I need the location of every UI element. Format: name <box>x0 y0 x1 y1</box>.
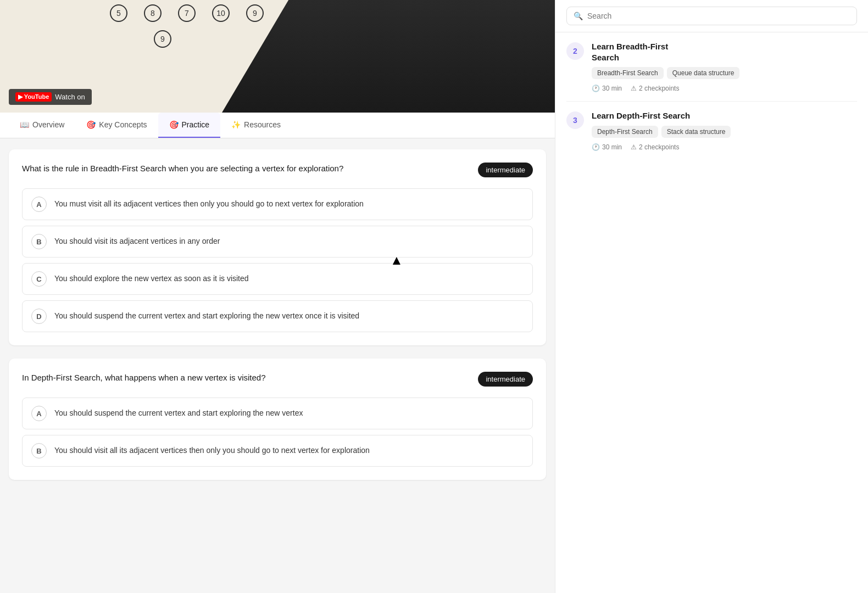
practice-icon: 🎯 <box>169 120 179 129</box>
lesson-item-3[interactable]: 3 Learn Depth-First Search Depth-First S… <box>566 110 857 151</box>
lesson-2-title: Learn Breadth-FirstSearch <box>592 41 857 63</box>
option-1-b[interactable]: B You should visit its adjacent vertices… <box>22 226 533 258</box>
search-input-wrap[interactable]: 🔍 <box>566 7 857 25</box>
sidebar-search-section: 🔍 <box>555 0 868 32</box>
option-2-text-b: You should visit all its adjacent vertic… <box>54 445 370 456</box>
tab-key-concepts-label: Key Concepts <box>99 120 147 129</box>
lesson-2-time: 🕐 30 min <box>592 85 622 92</box>
sidebar-lessons-list: 2 Learn Breadth-FirstSearch Breadth-Firs… <box>555 32 868 160</box>
option-letter-a: A <box>31 197 47 212</box>
option-2-text-a: You should suspend the current vertex an… <box>54 408 303 419</box>
option-1-d[interactable]: D You should suspend the current vertex … <box>22 300 533 332</box>
question-2-text: In Depth-First Search, what happens when… <box>22 372 469 384</box>
option-1-a[interactable]: A You must visit all its adjacent vertic… <box>22 188 533 220</box>
option-2-letter-a: A <box>31 406 47 421</box>
lesson-3-tag-2: Stack data structure <box>661 126 731 138</box>
lesson-2-tag-2: Queue data structure <box>667 67 740 79</box>
question-card-1: What is the rule in Breadth-First Search… <box>9 149 546 345</box>
overview-icon: 📖 <box>20 120 29 129</box>
lesson-2-meta: 🕐 30 min ⚠ 2 checkpoints <box>592 85 857 92</box>
checkpoint-icon-2: ⚠ <box>631 85 637 92</box>
options-list-1: A You must visit all its adjacent vertic… <box>22 188 533 332</box>
sidebar: 🔍 2 Learn Breadth-FirstSearch Breadth-Fi… <box>555 0 868 593</box>
node-5: 5 <box>110 4 127 22</box>
lesson-body-2: Learn Breadth-FirstSearch Breadth-First … <box>592 41 857 92</box>
resources-icon: ✨ <box>231 120 241 129</box>
lesson-3-tags: Depth-First Search Stack data structure <box>592 126 857 138</box>
option-text-c: You should explore the new vertex as soo… <box>54 273 249 284</box>
lesson-2-tags: Breadth-First Search Queue data structur… <box>592 67 857 79</box>
lesson-number-3: 3 <box>566 111 584 129</box>
option-letter-d: D <box>31 309 47 324</box>
lesson-divider-1 <box>566 101 857 102</box>
video-board-numbers: 5 8 7 10 9 <box>110 4 264 22</box>
video-area: 5 8 7 10 9 9 ▶ YouTube Watch on <box>0 0 555 113</box>
node-8: 8 <box>144 4 162 22</box>
search-icon: 🔍 <box>574 12 583 20</box>
option-text-b: You should visit its adjacent vertices i… <box>54 236 220 247</box>
lesson-number-2: 2 <box>566 42 584 60</box>
tab-resources[interactable]: ✨ Resources <box>220 113 292 138</box>
option-text-a: You must visit all its adjacent vertices… <box>54 199 364 210</box>
lesson-2-title-prefix: Learn Breadth-FirstSearch <box>592 42 668 62</box>
question-2-difficulty: intermediate <box>478 372 533 387</box>
option-2-a[interactable]: A You should suspend the current vertex … <box>22 398 533 429</box>
tab-overview-label: Overview <box>32 120 64 129</box>
option-letter-b: B <box>31 234 47 249</box>
question-1-text: What is the rule in Breadth-First Search… <box>22 163 469 175</box>
lesson-item-2[interactable]: 2 Learn Breadth-FirstSearch Breadth-Firs… <box>566 41 857 92</box>
lesson-2-time-value: 30 min <box>602 85 622 92</box>
clock-icon-2: 🕐 <box>592 85 600 92</box>
option-text-d: You should suspend the current vertex an… <box>54 311 359 322</box>
lesson-3-time: 🕐 30 min <box>592 143 622 151</box>
lesson-2-checkpoints: ⚠ 2 checkpoints <box>631 85 679 92</box>
lesson-body-3: Learn Depth-First Search Depth-First Sea… <box>592 110 857 151</box>
tab-practice-label: Practice <box>182 120 210 129</box>
option-2-letter-b: B <box>31 443 47 458</box>
question-1-difficulty: intermediate <box>478 163 533 177</box>
watch-on-label: Watch on <box>55 93 85 101</box>
lesson-3-tag-1: Depth-First Search <box>592 126 658 138</box>
question-card-2: In Depth-First Search, what happens when… <box>9 359 546 480</box>
lesson-2-checkpoints-value: 2 checkpoints <box>639 85 679 92</box>
lesson-3-checkpoints-value: 2 checkpoints <box>639 143 679 151</box>
practice-content: What is the rule in Breadth-First Search… <box>0 138 555 491</box>
tab-practice[interactable]: 🎯 Practice <box>158 113 221 138</box>
question-1-header: What is the rule in Breadth-First Search… <box>22 163 533 177</box>
options-list-2: A You should suspend the current vertex … <box>22 398 533 467</box>
lesson-3-time-value: 30 min <box>602 143 622 151</box>
option-letter-c: C <box>31 271 47 287</box>
youtube-logo: ▶ YouTube <box>15 92 52 102</box>
lesson-3-checkpoints: ⚠ 2 checkpoints <box>631 143 679 151</box>
youtube-badge[interactable]: ▶ YouTube Watch on <box>9 89 92 105</box>
search-input[interactable] <box>587 12 850 20</box>
node-7: 7 <box>178 4 196 22</box>
tabs-bar: 📖 Overview 🎯 Key Concepts 🎯 Practice ✨ R… <box>0 113 555 138</box>
main-content: 5 8 7 10 9 9 ▶ YouTube Watch on 📖 Overvi… <box>0 0 555 593</box>
tab-key-concepts[interactable]: 🎯 Key Concepts <box>75 113 158 138</box>
checkpoint-icon-3: ⚠ <box>631 143 637 151</box>
option-2-b[interactable]: B You should visit all its adjacent vert… <box>22 435 533 467</box>
node-9-top: 9 <box>246 4 264 22</box>
tab-resources-label: Resources <box>244 120 281 129</box>
lesson-3-meta: 🕐 30 min ⚠ 2 checkpoints <box>592 143 857 151</box>
option-1-c[interactable]: C You should explore the new vertex as s… <box>22 263 533 295</box>
clock-icon-3: 🕐 <box>592 143 600 151</box>
lesson-2-tag-1: Breadth-First Search <box>592 67 664 79</box>
lesson-3-title: Learn Depth-First Search <box>592 110 857 121</box>
tab-overview[interactable]: 📖 Overview <box>9 113 75 138</box>
node-10: 10 <box>212 4 230 22</box>
node-9-lower: 9 <box>154 30 171 48</box>
key-concepts-icon: 🎯 <box>86 120 96 129</box>
question-2-header: In Depth-First Search, what happens when… <box>22 372 533 387</box>
